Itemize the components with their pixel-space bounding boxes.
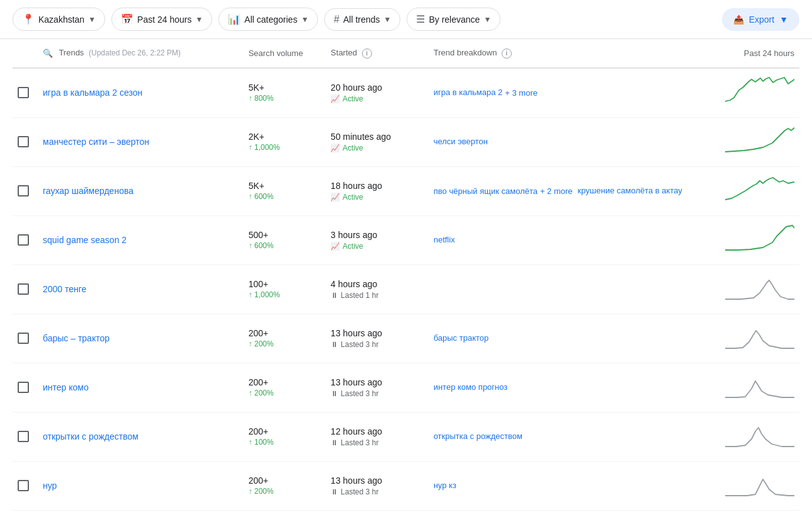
breakdown-more[interactable]: + 2 more [540,186,573,196]
header-chart-col: Past 24 hours [710,39,799,68]
export-label: Export [749,14,774,25]
breakdown-tags: игра в кальмара 2 + 3 more [434,88,706,98]
row-checkbox[interactable] [18,431,29,442]
sort-filter[interactable]: ☰ By relevance ▼ [407,8,500,31]
row-checkbox[interactable] [18,382,29,393]
started-info-icon[interactable]: i [362,48,372,59]
breakdown-tag[interactable]: крушение самолёта в актау [578,186,682,196]
breakdown-tag[interactable]: челси эвертон [434,137,488,147]
trend-name[interactable]: открытки с рождеством [43,431,138,441]
trend-name[interactable]: манчестер сити – эвертон [43,137,149,147]
started-time: 13 hours ago [330,328,423,338]
trends-filter[interactable]: # All trends ▼ [324,8,400,31]
breakdown-tag[interactable]: интер комо прогноз [434,382,508,392]
row-checkbox[interactable] [18,185,29,196]
row-checkbox[interactable] [18,283,29,295]
trend-name[interactable]: 2000 тенге [43,284,86,294]
breakdown-tag[interactable]: барыс трактор [434,333,489,343]
volume-value: 200+ [249,426,321,436]
time-filter[interactable]: 📅 Past 24 hours ▼ [111,8,212,31]
breakdown-tag[interactable]: netflix [434,235,455,245]
row-checkbox[interactable] [18,136,29,147]
trend-name[interactable]: барыс – трактор [43,333,110,343]
lasted-icon: ⏸ [330,438,338,447]
breakdown-tag[interactable]: нур кз [434,481,456,491]
sparkline [725,273,794,304]
trend-name[interactable]: squid game season 2 [43,235,127,245]
volume-change: ↑ 600% [249,241,321,250]
sort-icon: ☰ [416,13,425,25]
categories-arrow-icon: ▼ [301,15,308,24]
export-button[interactable]: 📤 Export ▼ [722,8,799,31]
status-active: 📈 Active [330,193,423,202]
sparkline-cell [710,68,799,118]
table-header-row: 🔍 Trends (Updated Dec 26, 2:22 PM) Searc… [13,39,799,68]
status-lasted: ⏸ Lasted 1 hr [330,291,423,300]
trend-name[interactable]: гаухар шаймерденова [43,186,133,196]
status-active: 📈 Active [330,242,423,251]
sparkline [725,224,794,255]
header-started-col: Started i [325,39,428,68]
categories-filter[interactable]: 📊 All categories ▼ [218,8,318,31]
trends-col-label: Trends [59,48,84,57]
breakdown-tags: открытка с рождеством [434,431,706,441]
location-label: Kazakhstan [38,14,84,25]
location-filter[interactable]: 📍 Kazakhstan ▼ [13,8,105,31]
lasted-label: Lasted 3 hr [341,487,378,496]
sparkline-cell [710,461,799,510]
trends-hash-icon: # [334,14,339,25]
status-lasted: ⏸ Lasted 3 hr [330,487,423,496]
header-volume-col: Search volume [244,39,326,68]
sparkline [725,371,794,402]
search-icon: 🔍 [43,48,53,58]
status-lasted: ⏸ Lasted 3 hr [330,389,423,398]
breakdown-tag[interactable]: пво [434,186,447,196]
breakdown-tag[interactable]: открытка с рождеством [434,431,522,441]
sort-label: By relevance [429,14,480,25]
volume-value: 100+ [249,279,321,289]
breakdown-tag[interactable]: чёрный ящик самолёта [449,186,538,196]
categories-label: All categories [244,14,297,25]
volume-change: ↑ 1,000% [249,143,321,152]
active-label: Active [342,193,363,202]
sparkline-cell [710,215,799,265]
volume-value: 200+ [249,377,321,387]
row-checkbox[interactable] [18,234,29,246]
lasted-label: Lasted 3 hr [341,438,378,447]
lasted-icon: ⏸ [330,487,338,496]
time-arrow-icon: ▼ [195,15,203,24]
status-lasted: ⏸ Lasted 3 hr [330,340,423,349]
calendar-icon: 📅 [121,13,133,25]
volume-change: ↑ 200% [249,389,321,397]
breakdown-tag[interactable]: игра в кальмара 2 [434,88,503,98]
location-arrow-icon: ▼ [88,15,96,24]
table-body: игра в кальмара 2 сезон5K+ ↑ 800%20 hour… [13,68,799,524]
started-time: 18 hours ago [330,181,423,191]
table-row: гаухар шаймерденова5K+ ↑ 600%18 hours ag… [13,166,799,215]
volume-value: 200+ [249,476,321,486]
row-checkbox[interactable] [18,480,29,491]
sparkline [725,174,794,206]
breakdown-more[interactable]: + 3 more [505,88,538,98]
sparkline-cell [710,510,799,524]
active-label: Active [342,242,363,251]
volume-value: 500+ [249,230,321,240]
active-trend-icon: 📈 [330,94,340,103]
trend-name[interactable]: интер комо [43,382,89,392]
trend-name[interactable]: нур [43,481,57,491]
breakdown-col-label: Trend breakdown [434,48,497,57]
breakdown-tags: нур кз [434,481,706,491]
row-checkbox[interactable] [18,333,29,344]
started-time: 20 hours ago [330,83,423,93]
updated-text: (Updated Dec 26, 2:22 PM) [89,48,181,57]
lasted-label: Lasted 3 hr [341,389,378,398]
breakdown-tags: интер комо прогноз [434,382,706,392]
breakdown-info-icon[interactable]: i [502,48,512,59]
active-label: Active [342,144,363,152]
volume-change: ↑ 800% [249,94,321,103]
row-checkbox[interactable] [18,87,29,98]
trend-name[interactable]: игра в кальмара 2 сезон [43,88,142,98]
volume-value: 5K+ [249,83,321,93]
sparkline [725,322,794,353]
header-checkbox-col [13,39,38,68]
